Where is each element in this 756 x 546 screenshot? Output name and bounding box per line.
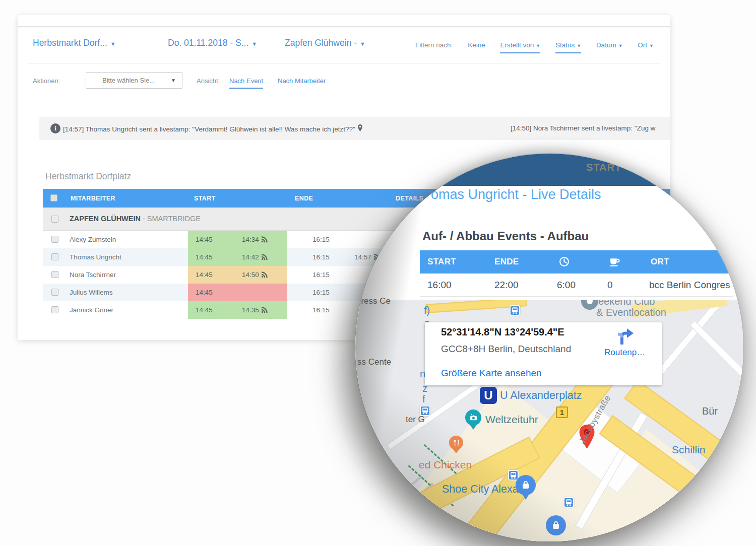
planned-end: 16:15 — [312, 236, 330, 243]
col-start: START — [194, 195, 216, 202]
bag-icon — [521, 480, 531, 490]
job-dropdown-label: Zapfen Glühwein - — [285, 38, 357, 48]
start-cell: 14:45 14:42 — [188, 248, 287, 266]
action-row: Aktionen: Bitte wählen Sie... ▼ Ansicht:… — [33, 72, 663, 90]
chevron-down-icon: ▼ — [536, 43, 540, 48]
ubahn-badge[interactable]: U — [480, 387, 497, 404]
date-dropdown[interactable]: Do. 01.11.2018 - S...▼ — [168, 38, 257, 48]
map-label-cut[interactable]: Schillin — [672, 444, 706, 456]
coffee-cup-icon — [609, 257, 620, 267]
nav-row: Herbstmarkt Dorf...▼ Do. 01.11.2018 - S.… — [33, 38, 663, 55]
actions-select[interactable]: Bitte wählen Sie... ▼ — [86, 72, 182, 89]
livestamp-icon — [261, 306, 268, 313]
filter-status[interactable]: Status▼ — [555, 41, 581, 53]
filter-none[interactable]: Keine — [468, 41, 485, 49]
shadowed-text-fragment: gress Ce — [356, 296, 391, 306]
venue-label: & Eventlocation — [596, 307, 666, 318]
row-checkbox[interactable] — [51, 236, 58, 243]
select-all-checkbox[interactable] — [50, 194, 57, 201]
filter-status-label: Status — [555, 41, 575, 49]
live-start[interactable]: 14:50 — [242, 271, 268, 279]
chevron-down-icon: ▼ — [110, 41, 116, 47]
directions-link[interactable]: Routenp… — [604, 348, 645, 358]
chevron-down-icon: ▼ — [618, 43, 623, 48]
filter-label: Filtern nach: — [415, 41, 453, 49]
google-map-embed[interactable]: eekend Club & Eventlocation U U Alexande… — [355, 300, 743, 541]
employee-name: Alexy Zumstein — [70, 236, 116, 243]
view-by-event-tab[interactable]: Nach Event — [229, 77, 263, 89]
map-label-cut: Bür — [702, 405, 718, 417]
start-cell: 14:45 14:50 — [188, 266, 287, 284]
livestamp-icon — [261, 271, 268, 278]
livestamp-message-left: [14:57] Thomas Ungricht sent a livestamp… — [63, 124, 363, 133]
live-start[interactable]: 14:35 — [242, 306, 268, 314]
col-ende: ENDE — [295, 195, 313, 202]
live-details-title: omas Ungricht - Live Details — [431, 187, 601, 202]
detail-table-header: START ENDE ORT — [420, 250, 743, 274]
venue-pin-icon[interactable] — [581, 300, 598, 310]
cutlery-icon — [453, 439, 460, 447]
planned-end: 16:15 — [312, 289, 330, 296]
actions-label: Aktionen: — [33, 77, 60, 85]
shopping-pin-icon[interactable] — [516, 475, 536, 495]
event-dropdown[interactable]: Herbstmarkt Dorf...▼ — [33, 38, 116, 48]
employee-name: Julius Willems — [70, 289, 113, 296]
chevron-down-icon: ▼ — [649, 43, 654, 48]
map-road — [689, 320, 743, 389]
pin-tail — [453, 449, 460, 453]
location-pin-icon[interactable] — [357, 124, 363, 131]
filter-date[interactable]: Datum▼ — [596, 41, 623, 49]
livestamp-message-right: [14:50] Nora Tschirrner sent a livestamp… — [511, 124, 655, 132]
planned-end: 16:15 — [312, 306, 330, 314]
bus-stop-icon[interactable] — [510, 305, 520, 316]
group-suffix: - SMARTBRIDGE — [143, 215, 201, 223]
row-checkbox[interactable] — [51, 271, 58, 278]
map-label-fragment: f — [422, 393, 425, 405]
shadowed-text-fragment: ss Cente — [357, 357, 391, 367]
address-text: GCC8+8H Berlin, Deutschland — [441, 344, 571, 355]
venue-label-cut: eekend Club — [598, 300, 655, 307]
detail-table-row: 16:00 22:00 6:00 0 bcc Berlin Congres — [420, 274, 733, 297]
planned-start: 14:45 — [196, 253, 213, 261]
filter-date-label: Datum — [596, 41, 616, 49]
photo-poi-pin-icon[interactable] — [465, 409, 481, 426]
live-start[interactable]: 14:34 — [242, 236, 268, 243]
filter-bar: Filtern nach: Keine Erstellt von▼ Status… — [402, 41, 654, 49]
station-label[interactable]: U Alexanderplatz — [500, 389, 582, 402]
group-checkbox[interactable] — [51, 216, 58, 223]
live-start[interactable]: 14:42 — [242, 253, 268, 261]
pin-tail — [522, 494, 529, 500]
detail-col-ende: ENDE — [494, 257, 519, 267]
start-cell: 14:45 14:34 — [188, 231, 287, 248]
larger-map-link[interactable]: Größere Karte ansehen — [441, 368, 542, 379]
filter-created-by[interactable]: Erstellt von▼ — [500, 41, 540, 53]
row-checkbox[interactable] — [51, 253, 58, 260]
view-by-employee-tab[interactable]: Nach Mitarbeiter — [278, 77, 326, 85]
filter-created-by-label: Erstellt von — [500, 41, 534, 49]
clock-icon — [559, 256, 570, 267]
filter-ort[interactable]: Ort▼ — [638, 41, 654, 49]
date-dropdown-label: Do. 01.11.2018 - S... — [168, 38, 248, 48]
bus-stop-icon[interactable] — [563, 497, 574, 508]
detail-col-ort: ORT — [651, 257, 669, 267]
restaurant-label-cut[interactable]: ed Chicken — [419, 459, 472, 471]
bag-icon — [551, 520, 561, 530]
job-dropdown[interactable]: Zapfen Glühwein -▼ — [285, 38, 365, 48]
row-checkbox[interactable] — [51, 306, 58, 313]
shadowed-text-fragment: ter G — [406, 415, 425, 425]
col-mitarbeiter: MITARBEITER — [71, 195, 115, 202]
employee-name: Thomas Ungricht — [70, 253, 121, 261]
coordinates-text: 52°31'14.8"N 13°24'59.4"E — [441, 326, 564, 338]
restaurant-pin-icon[interactable] — [449, 436, 463, 450]
actions-select-value: Bitte wählen Sie... — [102, 77, 155, 84]
shopping-pin-icon[interactable] — [546, 515, 566, 535]
table-title: Herbstmarkt Dorfplatz — [45, 171, 131, 182]
row-checkbox[interactable] — [51, 289, 58, 296]
directions-icon[interactable] — [612, 325, 636, 347]
shop-label[interactable]: Shoe City Alexa — [442, 483, 519, 496]
planned-start: 14:45 — [196, 236, 213, 243]
start-cell: 14:45 14:35 — [188, 301, 287, 319]
camera-icon — [469, 414, 478, 422]
poi-label[interactable]: Weltzeituhr — [485, 414, 538, 426]
chevron-down-icon: ▼ — [251, 41, 257, 47]
